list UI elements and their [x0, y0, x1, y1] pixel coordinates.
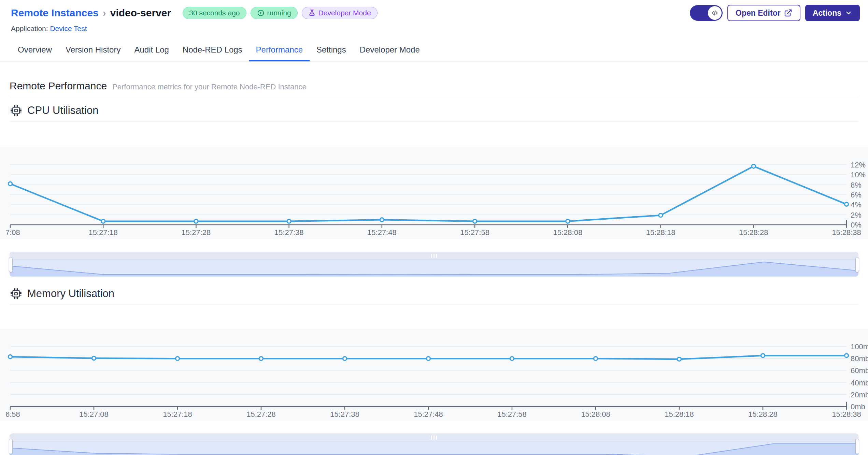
- x-tick-label: 15:27:18: [163, 410, 192, 419]
- x-tick-label: 15:28:38: [832, 228, 861, 237]
- tab-version-history[interactable]: Version History: [59, 40, 127, 61]
- data-point[interactable]: [343, 357, 347, 361]
- x-tick-label: 15:27:58: [497, 410, 527, 419]
- data-point[interactable]: [9, 355, 12, 358]
- y-tick-label: 4%: [851, 201, 862, 209]
- tab-developer-mode[interactable]: Developer Mode: [353, 40, 427, 61]
- data-point[interactable]: [566, 219, 570, 223]
- cpu-section-title: CPU Utilisation: [27, 104, 98, 117]
- memory-brush-drag-strip[interactable]: [10, 434, 858, 441]
- y-tick-label: 8%: [851, 181, 862, 189]
- brush-area-fill: [10, 444, 858, 455]
- page-title: Remote Performance: [10, 80, 107, 92]
- data-point[interactable]: [176, 357, 180, 361]
- tab-performance[interactable]: Performance: [249, 40, 310, 61]
- data-point[interactable]: [678, 357, 681, 361]
- x-tick-label: 15:27:38: [274, 228, 304, 237]
- page-subtitle: Performance metrics for your Remote Node…: [112, 83, 307, 91]
- data-point[interactable]: [510, 357, 514, 361]
- memory-brush-handle-left[interactable]: [9, 439, 13, 454]
- x-tick-label: 6:58: [5, 410, 20, 419]
- brush-minimap-chart: [10, 260, 858, 277]
- open-editor-label: Open Editor: [736, 9, 781, 18]
- x-tick-label: 15:27:08: [79, 410, 109, 419]
- page-header: Remote Instances › video-server 30 secon…: [0, 0, 868, 33]
- data-point[interactable]: [845, 202, 849, 206]
- cpu-brush-handle-left[interactable]: [9, 257, 13, 272]
- developer-mode-badge: Developer Mode: [302, 7, 378, 19]
- breadcrumb-instance-name: video-server: [110, 7, 171, 19]
- memory-utilisation-chart: 0mb20mb40mb60mb80mb100mb6:5815:27:0815:2…: [0, 329, 868, 421]
- cpu-brush-handle-right[interactable]: [855, 257, 859, 272]
- data-point[interactable]: [287, 219, 291, 223]
- cpu-chart-brush[interactable]: [10, 252, 858, 277]
- x-tick-label: 15:27:28: [246, 410, 276, 419]
- cpu-brush-minimap[interactable]: [10, 260, 858, 277]
- cpu-section: CPU Utilisation 0%2%4%6%8%10%12%7:0815:2…: [10, 98, 858, 277]
- flask-icon: [308, 9, 316, 17]
- data-point[interactable]: [194, 219, 198, 223]
- application-row: Application: Device Test: [11, 25, 860, 33]
- open-editor-button[interactable]: Open Editor: [727, 5, 800, 21]
- x-tick-label: 15:28:18: [646, 228, 675, 237]
- y-tick-label: 2%: [851, 211, 862, 219]
- status-badges: 30 seconds ago running Developer Mode: [183, 7, 377, 19]
- tab-audit-log[interactable]: Audit Log: [127, 40, 175, 61]
- developer-mode-label: Developer Mode: [318, 9, 371, 17]
- last-seen-badge: 30 seconds ago: [183, 7, 246, 19]
- grip-icon[interactable]: [431, 254, 437, 258]
- application-link[interactable]: Device Test: [50, 25, 87, 32]
- tab-node-red-logs[interactable]: Node-RED Logs: [176, 40, 249, 61]
- data-point[interactable]: [9, 182, 12, 186]
- running-status-label: running: [267, 9, 291, 17]
- data-point[interactable]: [594, 357, 598, 361]
- x-tick-label: 15:27:28: [182, 228, 211, 237]
- cpu-brush-drag-strip[interactable]: [10, 252, 858, 260]
- developer-mode-toggle[interactable]: [690, 5, 723, 21]
- x-tick-label: 15:28:08: [553, 228, 583, 237]
- memory-chart-brush[interactable]: [10, 434, 858, 455]
- data-point[interactable]: [659, 214, 663, 217]
- chart-background: [0, 329, 868, 421]
- x-tick-label: 15:27:48: [414, 410, 443, 419]
- tab-bar: OverviewVersion HistoryAudit LogNode-RED…: [0, 40, 868, 62]
- memory-brush-handle-right[interactable]: [855, 439, 859, 454]
- tab-settings[interactable]: Settings: [310, 40, 353, 61]
- breadcrumb-separator: ›: [103, 7, 106, 19]
- data-point[interactable]: [101, 219, 105, 223]
- data-point[interactable]: [845, 354, 849, 357]
- data-point[interactable]: [92, 356, 96, 360]
- application-label: Application:: [11, 25, 48, 32]
- y-tick-label: 80mb: [851, 354, 868, 363]
- y-tick-label: 60mb: [851, 366, 868, 375]
- memory-section: Memory Utilisation 0mb20mb40mb60mb80mb10…: [10, 281, 858, 455]
- x-tick-label: 7:08: [5, 228, 20, 237]
- x-tick-label: 15:27:58: [460, 228, 489, 237]
- y-tick-label: 40mb: [851, 379, 868, 387]
- x-tick-label: 15:28:08: [581, 410, 610, 419]
- chevron-down-icon: [845, 9, 852, 17]
- data-point[interactable]: [259, 357, 263, 361]
- x-tick-label: 15:28:38: [832, 410, 861, 419]
- data-point[interactable]: [380, 218, 384, 222]
- last-seen-label: 30 seconds ago: [189, 9, 240, 17]
- data-point[interactable]: [752, 164, 755, 168]
- data-point[interactable]: [473, 219, 477, 223]
- y-tick-label: 6%: [851, 191, 862, 199]
- y-tick-label: 10%: [851, 171, 866, 179]
- x-tick-label: 15:28:28: [748, 410, 778, 419]
- x-tick-label: 15:27:38: [330, 410, 359, 419]
- code-icon: [708, 6, 722, 20]
- cpu-chip-icon: [10, 105, 22, 116]
- data-point[interactable]: [761, 354, 765, 357]
- breadcrumb-remote-instances[interactable]: Remote Instances: [11, 7, 99, 19]
- actions-label: Actions: [813, 9, 841, 18]
- memory-brush-minimap[interactable]: [10, 441, 858, 455]
- performance-content: Remote Performance Performance metrics f…: [0, 62, 868, 455]
- x-tick-label: 15:28:28: [739, 228, 768, 237]
- grip-icon[interactable]: [431, 436, 437, 440]
- tab-overview[interactable]: Overview: [11, 40, 59, 61]
- data-point[interactable]: [427, 357, 430, 361]
- actions-button[interactable]: Actions: [805, 5, 860, 21]
- x-tick-label: 15:28:18: [665, 410, 694, 419]
